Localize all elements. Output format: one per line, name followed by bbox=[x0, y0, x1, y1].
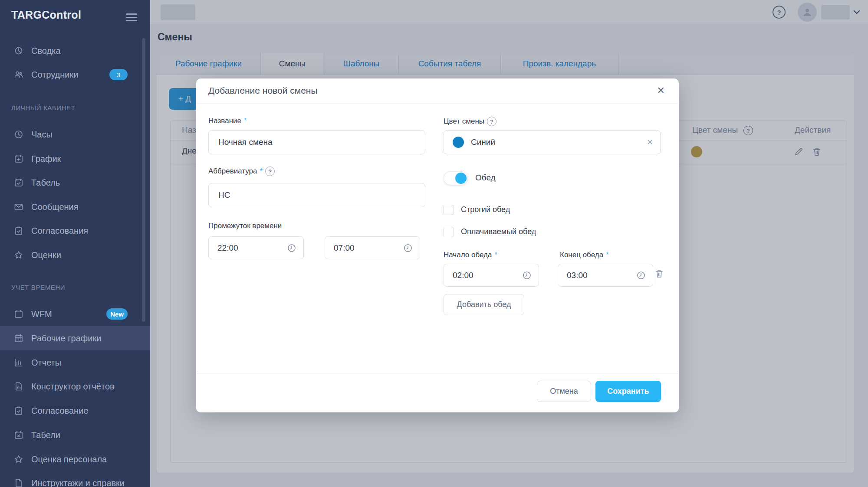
sidebar-item-grafik[interactable]: График bbox=[0, 147, 150, 171]
modal-footer: Отмена Сохранить bbox=[196, 373, 679, 412]
sidebar-item-konstruktor-otchetov[interactable]: Конструктор отчётов bbox=[0, 374, 150, 399]
shift-end-time-input[interactable]: 07:00 bbox=[325, 236, 420, 259]
sidebar-item-ocenki[interactable]: Оценки bbox=[0, 243, 150, 267]
color-field-label: Цвет смены ? bbox=[444, 117, 496, 126]
modal-header: Добавление новой смены ✕ bbox=[196, 78, 679, 104]
color-help-icon[interactable]: ? bbox=[487, 117, 496, 126]
lunch-end-time-input[interactable]: 03:00 bbox=[558, 264, 653, 287]
clipboard-check-icon bbox=[14, 226, 23, 235]
lunch-start-time-input[interactable]: 02:00 bbox=[444, 264, 539, 287]
calendar-x-icon bbox=[14, 430, 23, 440]
clipboard-check-icon bbox=[14, 406, 23, 415]
delete-lunch-icon[interactable] bbox=[654, 268, 664, 279]
strict-lunch-label: Строгий обед bbox=[461, 205, 510, 214]
paid-lunch-checkbox[interactable] bbox=[444, 227, 454, 237]
pie-chart-icon bbox=[14, 46, 23, 56]
lunch-start-label: Начало обеда* bbox=[444, 251, 497, 259]
document-icon bbox=[14, 478, 23, 487]
timespan-label: Промежуток времени bbox=[208, 222, 282, 230]
sidebar-item-tabel[interactable]: Табель bbox=[0, 170, 150, 195]
document-chart-icon bbox=[14, 382, 23, 391]
calendar-plus-icon bbox=[14, 154, 23, 163]
lunch-end-label: Конец обеда* bbox=[560, 251, 609, 259]
toggle-knob bbox=[455, 173, 467, 184]
sidebar-item-otchety[interactable]: Отчеты bbox=[0, 350, 150, 375]
wfm-new-badge: New bbox=[106, 308, 128, 320]
menu-toggle-icon[interactable] bbox=[126, 13, 137, 21]
sidebar-item-wfm[interactable]: WFM New bbox=[0, 302, 150, 326]
employees-count-badge: 3 bbox=[109, 69, 128, 80]
sidebar-item-sotrudniki[interactable]: Сотрудники 3 bbox=[0, 62, 150, 87]
clock-icon bbox=[636, 271, 646, 280]
people-icon bbox=[14, 70, 23, 79]
calendar-check-icon bbox=[14, 178, 23, 187]
bar-chart-icon bbox=[14, 358, 23, 367]
calendar-icon bbox=[14, 309, 23, 319]
calendar-grid-icon bbox=[14, 333, 23, 343]
color-dot bbox=[453, 137, 464, 148]
sidebar-item-chasy[interactable]: Часы bbox=[0, 122, 150, 147]
paid-lunch-label: Оплачиваемый обед bbox=[461, 227, 536, 236]
clear-color-icon[interactable]: ✕ bbox=[647, 137, 653, 147]
sidebar-item-rabochie-grafiki[interactable]: Рабочие графики bbox=[0, 326, 150, 350]
name-field-label: Название* bbox=[208, 117, 247, 125]
star-icon bbox=[14, 454, 23, 464]
modal-title: Добавление новой смены bbox=[208, 85, 318, 96]
shift-color-select[interactable]: Синий ✕ bbox=[444, 130, 661, 154]
add-shift-modal: Добавление новой смены ✕ Название* Ночна… bbox=[196, 78, 679, 412]
close-icon[interactable]: ✕ bbox=[657, 85, 665, 97]
shift-start-time-input[interactable]: 22:00 bbox=[208, 236, 304, 259]
add-lunch-button[interactable]: Добавить обед bbox=[444, 294, 524, 315]
abbr-help-icon[interactable]: ? bbox=[265, 167, 275, 176]
sidebar-item-ocenka-personala[interactable]: Оценка персонала bbox=[0, 447, 150, 471]
abbr-input[interactable]: НС bbox=[208, 183, 425, 207]
mail-icon bbox=[14, 202, 23, 212]
name-input[interactable]: Ночная смена bbox=[208, 130, 425, 154]
lunch-toggle-label: Обед bbox=[475, 173, 496, 183]
clock-icon bbox=[403, 243, 413, 253]
save-button[interactable]: Сохранить bbox=[595, 381, 661, 402]
abbr-field-label: Аббревиатура* ? bbox=[208, 167, 275, 176]
sidebar-item-instruktazhi[interactable]: Инструктажи и справки bbox=[0, 471, 150, 487]
clock-icon bbox=[287, 243, 296, 253]
app-screen: TARGControl Сводка Сотрудники 3 ЛИЧНЫЙ К… bbox=[0, 0, 868, 487]
clock-icon bbox=[522, 271, 532, 280]
sidebar-section-personal: ЛИЧНЫЙ КАБИНЕТ bbox=[11, 104, 141, 111]
clock-icon bbox=[14, 130, 23, 139]
sidebar-item-soglasovaniya[interactable]: Согласования bbox=[0, 219, 150, 243]
sidebar-item-svodka[interactable]: Сводка bbox=[0, 39, 150, 63]
sidebar-item-soobscheniya[interactable]: Сообщения bbox=[0, 195, 150, 219]
cancel-button[interactable]: Отмена bbox=[537, 381, 591, 402]
lunch-toggle[interactable] bbox=[444, 171, 468, 185]
sidebar: TARGControl Сводка Сотрудники 3 ЛИЧНЫЙ К… bbox=[0, 0, 150, 487]
app-logo: TARGControl bbox=[11, 9, 81, 21]
sidebar-section-time: УЧЕТ ВРЕМЕНИ bbox=[11, 284, 141, 291]
star-icon bbox=[14, 250, 23, 260]
sidebar-item-tabeli[interactable]: Табели bbox=[0, 423, 150, 447]
sidebar-item-soglasovanie[interactable]: Согласование bbox=[0, 399, 150, 423]
strict-lunch-checkbox[interactable] bbox=[444, 205, 454, 215]
